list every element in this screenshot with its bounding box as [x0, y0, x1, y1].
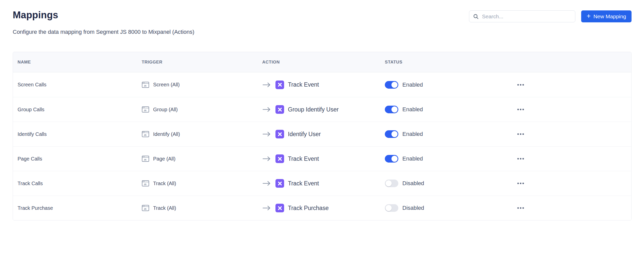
mapping-name: Page Calls — [18, 156, 42, 162]
column-header-trigger: TRIGGER — [142, 60, 262, 65]
status-toggle[interactable] — [385, 204, 398, 212]
js-browser-window-icon: JS — [142, 106, 149, 113]
status-label: Disabled — [402, 180, 424, 187]
action-label: Track Purchase — [288, 205, 329, 212]
column-header-status: STATUS — [385, 60, 506, 65]
mixpanel-x-icon — [275, 179, 284, 188]
toggle-knob — [386, 205, 392, 211]
new-mapping-label: New Mapping — [593, 13, 626, 20]
svg-text:JS: JS — [144, 84, 147, 87]
svg-text:JS: JS — [144, 158, 147, 161]
mixpanel-x-icon — [275, 105, 284, 114]
toggle-knob — [391, 82, 398, 88]
table-row: Identify Calls JS Identify (All) — [13, 122, 631, 146]
toggle-knob — [391, 156, 398, 162]
search-input[interactable] — [482, 11, 572, 22]
trigger-label: Screen (All) — [153, 82, 180, 88]
mixpanel-x-icon — [275, 204, 284, 212]
svg-text:JS: JS — [144, 109, 147, 112]
js-browser-window-icon: JS — [142, 180, 149, 187]
js-browser-window-icon: JS — [142, 130, 149, 138]
status-toggle[interactable] — [385, 106, 398, 113]
search-icon — [473, 13, 479, 20]
arrow-right-icon — [262, 180, 271, 186]
status-toggle[interactable] — [385, 180, 398, 187]
ellipsis-menu-button[interactable] — [515, 205, 526, 211]
column-header-action: ACTION — [262, 60, 385, 65]
table-row: Page Calls JS Page (All) — [13, 146, 631, 171]
arrow-right-icon — [262, 205, 271, 211]
mixpanel-x-icon — [275, 154, 284, 163]
status-label: Enabled — [402, 155, 423, 162]
arrow-right-icon — [262, 106, 271, 113]
trigger-label: Track (All) — [153, 205, 176, 211]
ellipsis-menu-button[interactable] — [515, 181, 526, 186]
mapping-name: Group Calls — [18, 107, 45, 113]
ellipsis-menu-button[interactable] — [515, 107, 526, 112]
arrow-right-icon — [262, 131, 271, 137]
action-label: Track Event — [288, 180, 319, 187]
page-title: Mappings — [13, 10, 58, 21]
js-browser-window-icon: JS — [142, 155, 149, 163]
toggle-knob — [391, 106, 398, 113]
new-mapping-button[interactable]: + New Mapping — [581, 10, 632, 22]
trigger-label: Track (All) — [153, 181, 176, 186]
table-row: Group Calls JS Group (All) — [13, 97, 631, 122]
action-label: Group Identify User — [288, 106, 339, 113]
status-label: Disabled — [402, 205, 424, 211]
trigger-label: Identify (All) — [153, 131, 180, 137]
table-header-row: NAMETRIGGERACTIONSTATUS — [13, 52, 631, 72]
status-toggle[interactable] — [385, 155, 398, 163]
toggle-knob — [386, 180, 392, 186]
status-toggle[interactable] — [385, 81, 398, 89]
page-subtitle: Configure the data mapping from Segment … — [13, 29, 194, 35]
table-row: Screen Calls JS Screen (All) — [13, 72, 631, 97]
table-body: Screen Calls JS Screen (All) — [13, 72, 631, 220]
status-label: Enabled — [402, 131, 423, 137]
trigger-label: Group (All) — [153, 107, 178, 113]
action-label: Identify User — [288, 131, 321, 138]
mapping-name: Track Calls — [18, 181, 43, 186]
svg-text:JS: JS — [144, 183, 147, 186]
ellipsis-menu-button[interactable] — [515, 131, 526, 137]
status-label: Enabled — [402, 106, 423, 113]
ellipsis-menu-button[interactable] — [515, 156, 526, 162]
mixpanel-x-icon — [275, 130, 284, 138]
search-box — [469, 10, 575, 22]
table-row: Track Purchase JS Track (All) — [13, 196, 631, 220]
plus-icon: + — [587, 13, 591, 20]
js-browser-window-icon: JS — [142, 204, 149, 212]
mapping-name: Identify Calls — [18, 131, 47, 137]
mapping-name: Screen Calls — [18, 82, 46, 88]
mappings-table: NAMETRIGGERACTIONSTATUS Screen Calls JS … — [13, 52, 632, 220]
js-browser-window-icon: JS — [142, 81, 149, 89]
action-label: Track Event — [288, 155, 319, 162]
arrow-right-icon — [262, 82, 271, 88]
table-row: Track Calls JS Track (All) — [13, 171, 631, 196]
svg-text:JS: JS — [144, 208, 147, 210]
mapping-name: Track Purchase — [18, 205, 53, 211]
toggle-knob — [391, 131, 398, 137]
arrow-right-icon — [262, 156, 271, 162]
status-toggle[interactable] — [385, 130, 398, 138]
ellipsis-menu-button[interactable] — [515, 82, 526, 88]
svg-text:JS: JS — [144, 134, 147, 136]
trigger-label: Page (All) — [153, 156, 175, 162]
status-label: Enabled — [402, 82, 423, 88]
column-header-name: NAME — [18, 60, 142, 65]
mixpanel-x-icon — [275, 81, 284, 89]
action-label: Track Event — [288, 81, 319, 88]
